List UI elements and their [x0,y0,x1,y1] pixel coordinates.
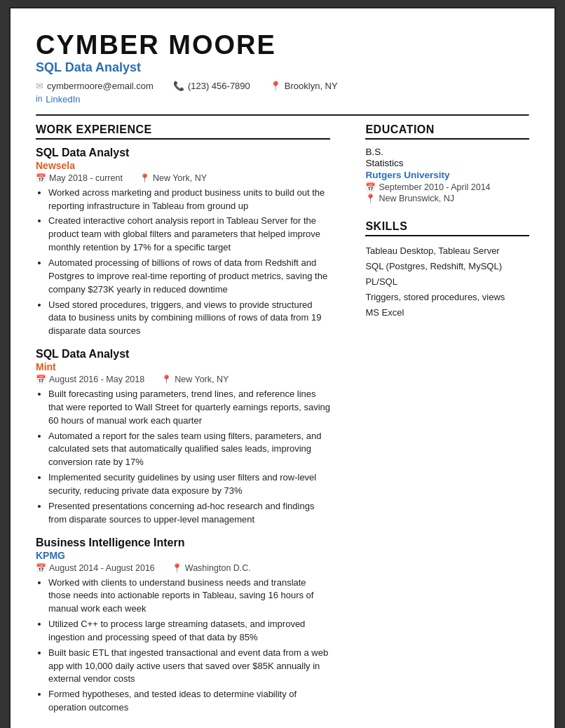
calendar-icon-edu: 📅 [365,182,376,192]
skills-list: Tableau Desktop, Tableau Server SQL (Pos… [365,243,529,321]
job-meta-1: 📅 May 2018 - current 📍 New York, NY [36,173,330,183]
bullet-3-2: Utilized C++ to process large streaming … [48,618,330,645]
location-text-2: New York, NY [175,375,229,384]
skill-3: PL/SQL [365,274,529,290]
location-icon: 📍 [270,81,281,91]
job-meta-2: 📅 August 2016 - May 2018 📍 New York, NY [36,375,330,384]
candidate-title: SQL Data Analyst [36,60,529,75]
pin-icon-edu: 📍 [365,194,376,203]
job-entry-kpmg: Business Intelligence Intern KPMG 📅 Augu… [36,537,330,715]
pin-icon-1: 📍 [139,173,150,183]
education-title: EDUCATION [365,123,529,140]
skill-1: Tableau Desktop, Tableau Server [365,243,529,259]
job-title-2: SQL Data Analyst [36,348,330,360]
location-text-3: Washington D.C. [185,563,251,573]
location-text: Brooklyn, NY [285,81,338,91]
education-section: EDUCATION B.S. Statistics Rutgers Univer… [365,123,529,203]
main-content: WORK EXPERIENCE SQL Data Analyst Newsela… [36,123,529,724]
phone-item: 📞 (123) 456-7890 [173,81,250,91]
edu-school: Rutgers University [365,170,529,180]
right-column: EDUCATION B.S. Statistics Rutgers Univer… [353,123,529,724]
bullets-3: Worked with clients to understand busine… [36,577,330,715]
bullet-2-1: Built forecasting using parameters, tren… [48,388,330,428]
resume-document: CYMBER MOORE SQL Data Analyst ✉ cymbermo… [9,7,556,728]
bullets-2: Built forecasting using parameters, tren… [36,388,330,526]
pin-icon-3: 📍 [172,563,182,573]
edu-location-text: New Brunswick, NJ [379,194,454,203]
calendar-icon-3: 📅 [36,563,46,573]
bullet-1-1: Worked across marketing and product busi… [48,187,330,213]
location-1: 📍 New York, NY [139,173,207,183]
skill-2: SQL (Postgres, Redshift, MySQL) [365,259,529,274]
location-item: 📍 Brooklyn, NY [270,81,338,91]
linkedin-link[interactable]: in LinkedIn [36,94,81,105]
skill-4: Triggers, stored procedures, views [365,290,529,305]
email-item: ✉ cymbermoore@email.com [36,81,154,91]
skills-title: SKILLS [365,220,529,236]
date-text-3: August 2014 - August 2016 [49,563,155,573]
date-range-2: 📅 August 2016 - May 2018 [36,375,144,384]
header-divider [36,114,529,116]
contact-row: ✉ cymbermoore@email.com 📞 (123) 456-7890… [36,81,529,91]
bullet-1-2: Created interactive cohort analysis repo… [48,215,330,255]
pin-icon-2: 📍 [161,375,172,384]
job-entry-mint: SQL Data Analyst Mint 📅 August 2016 - Ma… [36,348,330,526]
location-2: 📍 New York, NY [161,375,229,384]
linkedin-row: in LinkedIn [36,94,529,105]
date-range-1: 📅 May 2018 - current [36,173,123,183]
bullet-1-3: Automated processing of billions of rows… [48,257,330,297]
bullet-1-4: Used stored procedures, triggers, and vi… [48,299,330,339]
company-newsela: Newsela [36,160,330,171]
edu-dates: 📅 September 2010 - April 2014 [365,182,529,192]
header: CYMBER MOORE SQL Data Analyst ✉ cymbermo… [36,31,529,105]
email-icon: ✉ [36,81,43,91]
edu-degree: B.S. [365,147,529,157]
skills-section: SKILLS Tableau Desktop, Tableau Server S… [365,220,529,321]
date-text-2: August 2016 - May 2018 [49,375,144,384]
job-meta-3: 📅 August 2014 - August 2016 📍 Washington… [36,563,330,573]
phone-text: (123) 456-7890 [188,81,250,91]
email-text: cymbermoore@email.com [47,81,154,91]
edu-field: Statistics [365,158,529,168]
job-title-3: Business Intelligence Intern [36,537,330,549]
calendar-icon-2: 📅 [36,375,46,384]
bullet-2-2: Automated a report for the sales team us… [48,430,330,470]
location-3: 📍 Washington D.C. [172,563,251,573]
work-experience-title: WORK EXPERIENCE [36,123,330,140]
bullets-1: Worked across marketing and product busi… [36,187,330,338]
linkedin-icon: in [36,94,42,104]
bullet-2-3: Implemented security guidelines by using… [48,471,330,498]
linkedin-label: LinkedIn [46,94,80,105]
bullet-2-4: Presented presentations concerning ad-ho… [48,500,330,527]
date-range-3: 📅 August 2014 - August 2016 [36,563,155,573]
location-text-1: New York, NY [153,173,207,183]
edu-dates-text: September 2010 - April 2014 [379,182,490,192]
bullet-3-4: Formed hypotheses, and tested ideas to d… [48,688,330,715]
candidate-name: CYMBER MOORE [36,31,529,60]
date-text-1: May 2018 - current [49,173,123,183]
phone-icon: 📞 [173,81,184,91]
edu-location: 📍 New Brunswick, NJ [365,194,529,203]
job-entry-newsela: SQL Data Analyst Newsela 📅 May 2018 - cu… [36,147,330,338]
left-column: WORK EXPERIENCE SQL Data Analyst Newsela… [36,123,330,724]
company-mint: Mint [36,361,330,372]
job-title-1: SQL Data Analyst [36,147,330,159]
company-kpmg: KPMG [36,550,330,561]
skill-5: MS Excel [365,305,529,321]
bullet-3-1: Worked with clients to understand busine… [48,577,330,616]
bullet-3-3: Built basic ETL that ingested transactio… [48,647,330,687]
calendar-icon-1: 📅 [36,173,46,183]
